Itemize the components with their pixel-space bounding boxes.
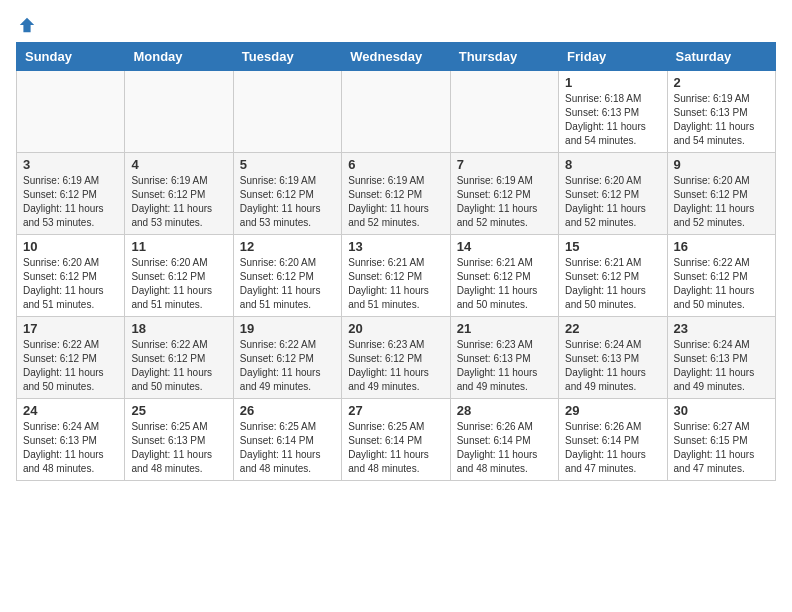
calendar-week-row: 3Sunrise: 6:19 AM Sunset: 6:12 PM Daylig…: [17, 153, 776, 235]
calendar: SundayMondayTuesdayWednesdayThursdayFrid…: [16, 42, 776, 481]
day-number: 21: [457, 321, 552, 336]
day-number: 1: [565, 75, 660, 90]
calendar-header-thursday: Thursday: [450, 43, 558, 71]
calendar-cell: 3Sunrise: 6:19 AM Sunset: 6:12 PM Daylig…: [17, 153, 125, 235]
day-info: Sunrise: 6:20 AM Sunset: 6:12 PM Dayligh…: [23, 256, 118, 312]
day-number: 30: [674, 403, 769, 418]
day-number: 20: [348, 321, 443, 336]
calendar-cell: [450, 71, 558, 153]
calendar-cell: 17Sunrise: 6:22 AM Sunset: 6:12 PM Dayli…: [17, 317, 125, 399]
day-info: Sunrise: 6:19 AM Sunset: 6:13 PM Dayligh…: [674, 92, 769, 148]
day-number: 2: [674, 75, 769, 90]
calendar-cell: 23Sunrise: 6:24 AM Sunset: 6:13 PM Dayli…: [667, 317, 775, 399]
day-number: 24: [23, 403, 118, 418]
day-info: Sunrise: 6:25 AM Sunset: 6:14 PM Dayligh…: [240, 420, 335, 476]
day-info: Sunrise: 6:20 AM Sunset: 6:12 PM Dayligh…: [674, 174, 769, 230]
day-info: Sunrise: 6:20 AM Sunset: 6:12 PM Dayligh…: [131, 256, 226, 312]
day-number: 13: [348, 239, 443, 254]
day-info: Sunrise: 6:22 AM Sunset: 6:12 PM Dayligh…: [131, 338, 226, 394]
page-header: [16, 16, 776, 34]
calendar-cell: 27Sunrise: 6:25 AM Sunset: 6:14 PM Dayli…: [342, 399, 450, 481]
day-info: Sunrise: 6:22 AM Sunset: 6:12 PM Dayligh…: [674, 256, 769, 312]
day-info: Sunrise: 6:21 AM Sunset: 6:12 PM Dayligh…: [348, 256, 443, 312]
calendar-cell: 29Sunrise: 6:26 AM Sunset: 6:14 PM Dayli…: [559, 399, 667, 481]
day-info: Sunrise: 6:20 AM Sunset: 6:12 PM Dayligh…: [240, 256, 335, 312]
calendar-header-tuesday: Tuesday: [233, 43, 341, 71]
svg-marker-0: [20, 18, 34, 32]
day-number: 9: [674, 157, 769, 172]
day-number: 22: [565, 321, 660, 336]
calendar-cell: 9Sunrise: 6:20 AM Sunset: 6:12 PM Daylig…: [667, 153, 775, 235]
day-info: Sunrise: 6:19 AM Sunset: 6:12 PM Dayligh…: [23, 174, 118, 230]
calendar-cell: 7Sunrise: 6:19 AM Sunset: 6:12 PM Daylig…: [450, 153, 558, 235]
day-info: Sunrise: 6:21 AM Sunset: 6:12 PM Dayligh…: [565, 256, 660, 312]
day-number: 23: [674, 321, 769, 336]
calendar-cell: 16Sunrise: 6:22 AM Sunset: 6:12 PM Dayli…: [667, 235, 775, 317]
day-number: 26: [240, 403, 335, 418]
day-info: Sunrise: 6:23 AM Sunset: 6:12 PM Dayligh…: [348, 338, 443, 394]
calendar-cell: 4Sunrise: 6:19 AM Sunset: 6:12 PM Daylig…: [125, 153, 233, 235]
day-number: 6: [348, 157, 443, 172]
calendar-cell: 20Sunrise: 6:23 AM Sunset: 6:12 PM Dayli…: [342, 317, 450, 399]
calendar-header-friday: Friday: [559, 43, 667, 71]
day-number: 18: [131, 321, 226, 336]
calendar-header-sunday: Sunday: [17, 43, 125, 71]
calendar-cell: 18Sunrise: 6:22 AM Sunset: 6:12 PM Dayli…: [125, 317, 233, 399]
day-info: Sunrise: 6:19 AM Sunset: 6:12 PM Dayligh…: [131, 174, 226, 230]
day-number: 10: [23, 239, 118, 254]
calendar-cell: 28Sunrise: 6:26 AM Sunset: 6:14 PM Dayli…: [450, 399, 558, 481]
day-info: Sunrise: 6:24 AM Sunset: 6:13 PM Dayligh…: [23, 420, 118, 476]
day-number: 28: [457, 403, 552, 418]
logo: [16, 16, 36, 34]
day-number: 3: [23, 157, 118, 172]
calendar-header-wednesday: Wednesday: [342, 43, 450, 71]
calendar-cell: 21Sunrise: 6:23 AM Sunset: 6:13 PM Dayli…: [450, 317, 558, 399]
calendar-cell: 19Sunrise: 6:22 AM Sunset: 6:12 PM Dayli…: [233, 317, 341, 399]
calendar-header-saturday: Saturday: [667, 43, 775, 71]
day-info: Sunrise: 6:19 AM Sunset: 6:12 PM Dayligh…: [240, 174, 335, 230]
calendar-header-monday: Monday: [125, 43, 233, 71]
day-info: Sunrise: 6:21 AM Sunset: 6:12 PM Dayligh…: [457, 256, 552, 312]
day-info: Sunrise: 6:18 AM Sunset: 6:13 PM Dayligh…: [565, 92, 660, 148]
day-number: 25: [131, 403, 226, 418]
calendar-cell: 1Sunrise: 6:18 AM Sunset: 6:13 PM Daylig…: [559, 71, 667, 153]
calendar-cell: [233, 71, 341, 153]
calendar-cell: 15Sunrise: 6:21 AM Sunset: 6:12 PM Dayli…: [559, 235, 667, 317]
logo-icon: [18, 16, 36, 34]
calendar-cell: 13Sunrise: 6:21 AM Sunset: 6:12 PM Dayli…: [342, 235, 450, 317]
day-number: 5: [240, 157, 335, 172]
calendar-cell: [125, 71, 233, 153]
calendar-cell: 25Sunrise: 6:25 AM Sunset: 6:13 PM Dayli…: [125, 399, 233, 481]
day-info: Sunrise: 6:19 AM Sunset: 6:12 PM Dayligh…: [348, 174, 443, 230]
calendar-cell: 30Sunrise: 6:27 AM Sunset: 6:15 PM Dayli…: [667, 399, 775, 481]
day-number: 17: [23, 321, 118, 336]
day-info: Sunrise: 6:23 AM Sunset: 6:13 PM Dayligh…: [457, 338, 552, 394]
day-number: 15: [565, 239, 660, 254]
day-number: 4: [131, 157, 226, 172]
calendar-cell: 10Sunrise: 6:20 AM Sunset: 6:12 PM Dayli…: [17, 235, 125, 317]
day-number: 8: [565, 157, 660, 172]
calendar-week-row: 1Sunrise: 6:18 AM Sunset: 6:13 PM Daylig…: [17, 71, 776, 153]
day-number: 12: [240, 239, 335, 254]
day-number: 29: [565, 403, 660, 418]
calendar-cell: [342, 71, 450, 153]
day-number: 11: [131, 239, 226, 254]
day-info: Sunrise: 6:20 AM Sunset: 6:12 PM Dayligh…: [565, 174, 660, 230]
calendar-cell: 12Sunrise: 6:20 AM Sunset: 6:12 PM Dayli…: [233, 235, 341, 317]
day-info: Sunrise: 6:25 AM Sunset: 6:14 PM Dayligh…: [348, 420, 443, 476]
day-number: 27: [348, 403, 443, 418]
calendar-week-row: 10Sunrise: 6:20 AM Sunset: 6:12 PM Dayli…: [17, 235, 776, 317]
day-info: Sunrise: 6:24 AM Sunset: 6:13 PM Dayligh…: [565, 338, 660, 394]
calendar-cell: [17, 71, 125, 153]
day-info: Sunrise: 6:25 AM Sunset: 6:13 PM Dayligh…: [131, 420, 226, 476]
calendar-cell: 14Sunrise: 6:21 AM Sunset: 6:12 PM Dayli…: [450, 235, 558, 317]
day-info: Sunrise: 6:24 AM Sunset: 6:13 PM Dayligh…: [674, 338, 769, 394]
calendar-cell: 24Sunrise: 6:24 AM Sunset: 6:13 PM Dayli…: [17, 399, 125, 481]
day-number: 19: [240, 321, 335, 336]
calendar-cell: 22Sunrise: 6:24 AM Sunset: 6:13 PM Dayli…: [559, 317, 667, 399]
calendar-week-row: 17Sunrise: 6:22 AM Sunset: 6:12 PM Dayli…: [17, 317, 776, 399]
calendar-cell: 2Sunrise: 6:19 AM Sunset: 6:13 PM Daylig…: [667, 71, 775, 153]
calendar-cell: 6Sunrise: 6:19 AM Sunset: 6:12 PM Daylig…: [342, 153, 450, 235]
calendar-header-row: SundayMondayTuesdayWednesdayThursdayFrid…: [17, 43, 776, 71]
calendar-week-row: 24Sunrise: 6:24 AM Sunset: 6:13 PM Dayli…: [17, 399, 776, 481]
